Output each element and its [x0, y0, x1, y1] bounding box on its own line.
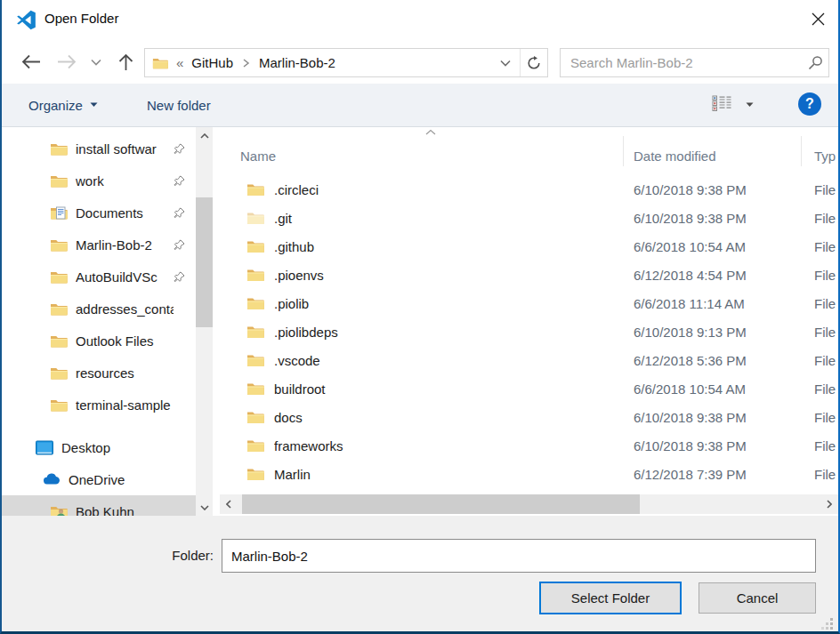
file-name: docs	[274, 410, 634, 425]
file-date-modified: 6/6/2018 10:54 AM	[634, 381, 814, 397]
file-row[interactable]: .git 6/10/2018 9:38 PM File	[220, 204, 838, 232]
scrollbar-track[interactable]	[238, 494, 820, 514]
sort-ascending-icon[interactable]	[424, 129, 437, 136]
file-row[interactable]: .github 6/6/2018 10:54 AM File	[220, 232, 838, 261]
folder-icon	[50, 365, 68, 381]
file-type: File	[814, 211, 836, 226]
forward-button[interactable]	[52, 40, 82, 84]
tree-section: Desktop OneDrive	[2, 431, 196, 516]
pin-icon	[174, 143, 185, 155]
breadcrumb-overflow-indicator[interactable]: «	[176, 55, 183, 70]
close-button[interactable]	[801, 4, 835, 34]
details-view-icon	[712, 95, 731, 111]
main-area: install softwar work	[2, 127, 838, 516]
back-arrow-icon	[20, 54, 42, 69]
file-row[interactable]: docs 6/10/2018 9:38 PM File	[220, 403, 838, 431]
sidebar-tree-item[interactable]: Desktop	[2, 431, 196, 463]
onedrive-icon	[43, 472, 61, 487]
sidebar-item[interactable]: work	[2, 165, 196, 197]
scroll-left-button[interactable]	[220, 494, 238, 514]
file-type: File	[814, 268, 836, 283]
file-row[interactable]: buildroot 6/6/2018 10:54 AM File	[220, 374, 838, 403]
select-folder-button[interactable]: Select Folder	[539, 582, 682, 614]
horizontal-scrollbar	[220, 494, 838, 514]
file-row[interactable]: .circleci 6/10/2018 9:38 PM File	[220, 175, 838, 204]
recent-locations-button[interactable]	[85, 40, 107, 84]
cancel-button[interactable]: Cancel	[699, 582, 816, 614]
chevron-left-icon	[226, 500, 231, 509]
sidebar-item[interactable]: Documents	[2, 197, 196, 229]
sidebar-item[interactable]: Marlin-Bob-2	[2, 229, 196, 261]
breadcrumb-marlin-bob-2[interactable]: Marlin-Bob-2	[259, 55, 335, 70]
file-type: File	[814, 182, 836, 197]
sidebar-item[interactable]: terminal-sample	[2, 389, 196, 421]
chevron-down-icon	[90, 102, 98, 108]
file-name: .piolibdeps	[274, 325, 634, 340]
sidebar-item-label: Marlin-Bob-2	[76, 237, 152, 253]
search-icon[interactable]	[802, 55, 828, 70]
organize-button[interactable]: Organize	[28, 84, 98, 126]
chevron-down-icon	[91, 59, 101, 66]
sidebar-item-label: OneDrive	[69, 472, 125, 487]
file-name: .git	[274, 211, 634, 226]
column-header-date-modified[interactable]: Date modified	[634, 148, 716, 164]
back-button[interactable]	[16, 40, 46, 84]
documents-icon	[50, 205, 68, 221]
new-folder-button[interactable]: New folder	[147, 84, 211, 126]
column-header-type[interactable]: Typ	[814, 148, 836, 164]
open-folder-dialog: Open Folder	[0, 0, 840, 634]
sidebar-item[interactable]: AutoBuildVSc	[2, 261, 196, 293]
column-divider[interactable]	[801, 136, 802, 166]
file-type: File	[814, 239, 836, 254]
folder-icon	[50, 301, 68, 317]
sidebar-item[interactable]: resources	[2, 357, 196, 389]
sidebar-tree-item[interactable]: Bob Kuhn	[2, 495, 196, 516]
file-row[interactable]: Marlin 6/12/2018 7:39 PM File	[220, 460, 838, 488]
vscode-logo-icon	[16, 10, 36, 30]
view-mode-dropdown-button[interactable]	[746, 95, 754, 115]
file-row[interactable]: .vscode 6/12/2018 5:36 PM File	[220, 346, 838, 374]
address-dropdown-button[interactable]	[491, 49, 520, 76]
folder-icon	[50, 141, 68, 156]
scroll-up-button[interactable]	[196, 127, 213, 144]
file-row[interactable]: .pioenvs 6/12/2018 4:54 PM File	[220, 261, 838, 289]
chevron-down-icon	[200, 505, 209, 510]
folder-icon	[246, 268, 264, 282]
dialog-footer: Folder: Select Folder Cancel	[2, 516, 838, 634]
folder-name-input[interactable]	[222, 539, 816, 573]
column-header-name[interactable]: Name	[240, 148, 276, 164]
file-date-modified: 6/10/2018 9:38 PM	[634, 211, 814, 226]
resize-grip[interactable]	[820, 617, 834, 630]
scrollbar-track[interactable]	[196, 144, 213, 499]
sidebar-tree-item[interactable]: OneDrive	[2, 463, 196, 495]
search-input[interactable]	[561, 55, 802, 70]
file-name: .piolib	[274, 296, 634, 311]
sidebar-item[interactable]: addresses_conta	[2, 293, 196, 325]
view-mode-button[interactable]	[712, 95, 731, 111]
file-row[interactable]: .piolib 6/6/2018 11:14 AM File	[220, 289, 838, 317]
scroll-down-button[interactable]	[196, 499, 213, 516]
breadcrumb-github[interactable]: GitHub	[191, 55, 233, 70]
help-button[interactable]: ?	[798, 92, 821, 116]
up-button[interactable]	[112, 40, 139, 84]
file-name: Marlin	[274, 467, 634, 482]
command-toolbar: Organize New folder ?	[2, 84, 838, 127]
file-date-modified: 6/6/2018 10:54 AM	[634, 239, 814, 254]
file-row[interactable]: .piolibdeps 6/10/2018 9:13 PM File	[220, 317, 838, 346]
file-row[interactable]: frameworks 6/10/2018 9:38 PM File	[220, 431, 838, 460]
sidebar-item[interactable]: Outlook Files	[2, 325, 196, 357]
sidebar-item-label: Outlook Files	[76, 333, 154, 349]
scrollbar-thumb[interactable]	[242, 494, 640, 514]
address-bar[interactable]: « GitHub Marlin-Bob-2	[144, 48, 548, 77]
column-divider[interactable]	[623, 136, 624, 166]
folder-icon	[246, 438, 264, 453]
help-question-icon: ?	[805, 96, 814, 112]
sidebar-item[interactable]: install softwar	[2, 132, 196, 165]
refresh-button[interactable]	[520, 49, 547, 76]
file-name: buildroot	[274, 381, 634, 397]
file-date-modified: 6/12/2018 4:54 PM	[634, 268, 814, 283]
scroll-right-button[interactable]	[820, 494, 838, 514]
scrollbar-thumb[interactable]	[196, 197, 213, 327]
folder-icon	[246, 239, 264, 253]
breadcrumb-separator-icon	[242, 59, 250, 68]
